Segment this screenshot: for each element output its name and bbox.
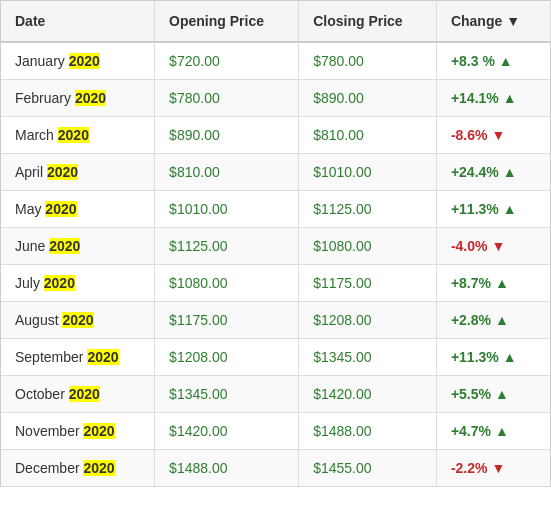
opening-price-cell: $1208.00: [155, 339, 299, 376]
year-badge: 2020: [47, 164, 78, 180]
closing-price-cell: $810.00: [299, 117, 437, 154]
opening-price-cell: $1125.00: [155, 228, 299, 265]
date-cell: August 2020: [1, 302, 155, 339]
opening-price-cell: $1345.00: [155, 376, 299, 413]
up-arrow-icon: ▲: [495, 275, 509, 291]
table-row: January 2020$720.00$780.00+8.3 % ▲: [1, 42, 551, 80]
closing-price-cell: $890.00: [299, 80, 437, 117]
year-badge: 2020: [44, 275, 75, 291]
closing-price-cell: $1125.00: [299, 191, 437, 228]
closing-price-cell: $1455.00: [299, 450, 437, 487]
up-arrow-icon: ▲: [495, 312, 509, 328]
change-cell: +11.3% ▲: [436, 191, 550, 228]
closing-price-cell: $1488.00: [299, 413, 437, 450]
table-row: April 2020$810.00$1010.00+24.4% ▲: [1, 154, 551, 191]
change-header[interactable]: Change ▼: [436, 1, 550, 43]
date-header: Date: [1, 1, 155, 43]
date-cell: January 2020: [1, 42, 155, 80]
date-cell: October 2020: [1, 376, 155, 413]
price-table: Date Opening Price Closing Price Change …: [0, 0, 551, 487]
closing-price-cell: $1420.00: [299, 376, 437, 413]
opening-price-cell: $720.00: [155, 42, 299, 80]
opening-price-cell: $1488.00: [155, 450, 299, 487]
opening-price-cell: $780.00: [155, 80, 299, 117]
table-row: July 2020$1080.00$1175.00+8.7% ▲: [1, 265, 551, 302]
opening-price-cell: $1175.00: [155, 302, 299, 339]
up-arrow-icon: ▲: [499, 53, 513, 69]
date-cell: April 2020: [1, 154, 155, 191]
closing-price-cell: $1345.00: [299, 339, 437, 376]
up-arrow-icon: ▲: [503, 349, 517, 365]
opening-price-cell: $810.00: [155, 154, 299, 191]
change-cell: -2.2% ▼: [436, 450, 550, 487]
opening-price-cell: $1010.00: [155, 191, 299, 228]
date-cell: February 2020: [1, 80, 155, 117]
table-row: May 2020$1010.00$1125.00+11.3% ▲: [1, 191, 551, 228]
up-arrow-icon: ▲: [495, 386, 509, 402]
table-row: August 2020$1175.00$1208.00+2.8% ▲: [1, 302, 551, 339]
closing-price-header: Closing Price: [299, 1, 437, 43]
date-cell: March 2020: [1, 117, 155, 154]
year-badge: 2020: [87, 349, 118, 365]
closing-price-cell: $1208.00: [299, 302, 437, 339]
opening-price-cell: $1420.00: [155, 413, 299, 450]
table-row: December 2020$1488.00$1455.00-2.2% ▼: [1, 450, 551, 487]
year-badge: 2020: [49, 238, 80, 254]
change-cell: +14.1% ▲: [436, 80, 550, 117]
change-cell: +4.7% ▲: [436, 413, 550, 450]
year-badge: 2020: [62, 312, 93, 328]
year-badge: 2020: [83, 423, 114, 439]
closing-price-cell: $1175.00: [299, 265, 437, 302]
up-arrow-icon: ▲: [495, 423, 509, 439]
up-arrow-icon: ▲: [503, 90, 517, 106]
change-cell: -4.0% ▼: [436, 228, 550, 265]
up-arrow-icon: ▲: [503, 201, 517, 217]
up-arrow-icon: ▲: [503, 164, 517, 180]
change-cell: -8.6% ▼: [436, 117, 550, 154]
table-row: September 2020$1208.00$1345.00+11.3% ▲: [1, 339, 551, 376]
date-cell: May 2020: [1, 191, 155, 228]
date-cell: July 2020: [1, 265, 155, 302]
date-cell: September 2020: [1, 339, 155, 376]
change-cell: +24.4% ▲: [436, 154, 550, 191]
down-arrow-icon: ▼: [491, 127, 505, 143]
table-row: October 2020$1345.00$1420.00+5.5% ▲: [1, 376, 551, 413]
change-cell: +5.5% ▲: [436, 376, 550, 413]
date-cell: November 2020: [1, 413, 155, 450]
year-badge: 2020: [75, 90, 106, 106]
date-cell: June 2020: [1, 228, 155, 265]
change-cell: +11.3% ▲: [436, 339, 550, 376]
table-header-row: Date Opening Price Closing Price Change …: [1, 1, 551, 43]
opening-price-cell: $1080.00: [155, 265, 299, 302]
change-cell: +8.3 % ▲: [436, 42, 550, 80]
year-badge: 2020: [58, 127, 89, 143]
year-badge: 2020: [69, 386, 100, 402]
table-row: March 2020$890.00$810.00-8.6% ▼: [1, 117, 551, 154]
date-cell: December 2020: [1, 450, 155, 487]
year-badge: 2020: [69, 53, 100, 69]
table-row: November 2020$1420.00$1488.00+4.7% ▲: [1, 413, 551, 450]
opening-price-cell: $890.00: [155, 117, 299, 154]
down-arrow-icon: ▼: [491, 238, 505, 254]
closing-price-cell: $1010.00: [299, 154, 437, 191]
closing-price-cell: $1080.00: [299, 228, 437, 265]
opening-price-header: Opening Price: [155, 1, 299, 43]
closing-price-cell: $780.00: [299, 42, 437, 80]
year-badge: 2020: [83, 460, 114, 476]
change-cell: +2.8% ▲: [436, 302, 550, 339]
table-row: June 2020$1125.00$1080.00-4.0% ▼: [1, 228, 551, 265]
change-cell: +8.7% ▲: [436, 265, 550, 302]
table-row: February 2020$780.00$890.00+14.1% ▲: [1, 80, 551, 117]
down-arrow-icon: ▼: [491, 460, 505, 476]
year-badge: 2020: [45, 201, 76, 217]
